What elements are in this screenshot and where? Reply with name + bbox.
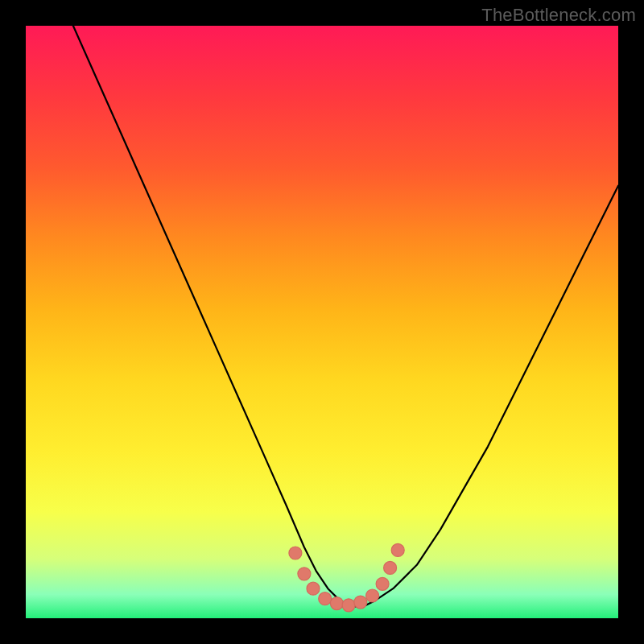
curve-marker [330, 597, 343, 610]
watermark-text: TheBottleneck.com [481, 5, 636, 26]
curve-marker [376, 577, 389, 590]
curve-marker [319, 592, 332, 605]
curve-marker [384, 561, 397, 574]
curve-marker [366, 589, 379, 602]
bottleneck-curve [73, 26, 618, 606]
curve-marker [298, 568, 311, 580]
curve-marker [391, 543, 404, 556]
outer-frame: TheBottleneck.com [0, 0, 644, 644]
curve-marker [307, 582, 320, 595]
plot-area [26, 26, 618, 618]
curve-marker [342, 599, 355, 612]
curve-marker [289, 547, 302, 559]
marker-group [289, 543, 404, 611]
curve-marker [354, 596, 367, 609]
curve-svg [26, 26, 618, 618]
